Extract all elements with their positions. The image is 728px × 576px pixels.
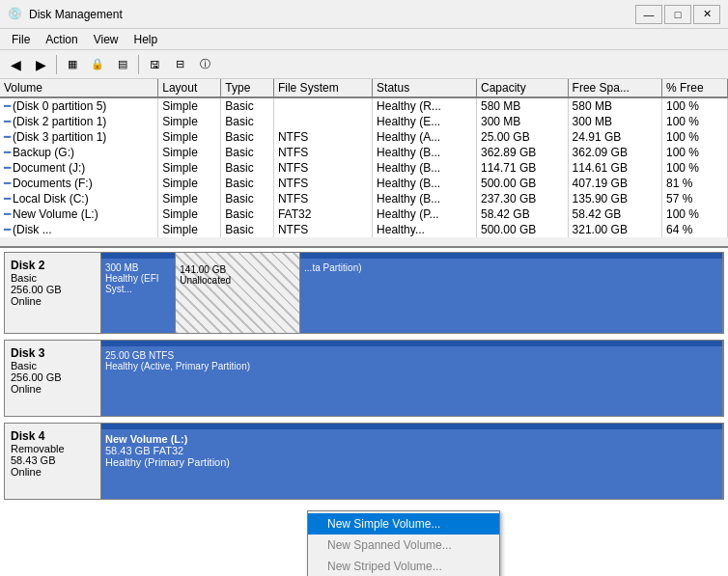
disk-row-2: Disk 2 Basic 256.00 GB Online 300 MBHeal… [4, 252, 724, 334]
cell-volume: ━Backup (G:) [0, 145, 158, 160]
table-row[interactable]: ━Documents (F:) Simple Basic NTFS Health… [0, 176, 728, 191]
partition-top-bar [101, 253, 175, 259]
table-row[interactable]: ━(Disk 0 partition 5) Simple Basic Healt… [0, 97, 728, 114]
table-row[interactable]: ━Local Disk (C:) Simple Basic NTFS Healt… [0, 191, 728, 206]
partition-top-bar [300, 253, 722, 259]
col-pct[interactable]: % Free [662, 79, 728, 97]
partition-top-bar [101, 341, 722, 346]
table-body: ━(Disk 0 partition 5) Simple Basic Healt… [0, 97, 728, 237]
cell-capacity: 580 MB [476, 97, 568, 114]
context-menu-new-simple[interactable]: New Simple Volume... [308, 513, 499, 535]
cell-pct: 100 % [662, 97, 728, 114]
forward-button[interactable]: ▶ [29, 53, 52, 76]
disk-3-partition-main[interactable]: 25.00 GB NTFSHealthy (Active, Primary Pa… [101, 341, 723, 416]
table-row[interactable]: ━New Volume (L:) Simple Basic FAT32 Heal… [0, 206, 728, 222]
window-controls: — □ ✕ [635, 5, 720, 24]
disk-4-status: Online [11, 466, 95, 478]
table-header-row: Volume Layout Type File System Status Ca… [0, 79, 728, 97]
disk-4-label: Disk 4 Removable 58.43 GB Online [5, 424, 101, 499]
cell-type: Basic [221, 145, 274, 160]
cell-pct: 81 % [662, 176, 728, 191]
cell-volume: ━Documents (F:) [0, 176, 158, 191]
table-scroll[interactable]: Volume Layout Type File System Status Ca… [0, 79, 728, 246]
table-row[interactable]: ━(Disk ... Simple Basic NTFS Healthy... … [0, 222, 728, 237]
cell-fs: NTFS [273, 129, 372, 145]
cell-type: Basic [221, 114, 274, 129]
menu-action[interactable]: Action [38, 31, 85, 48]
maximize-button[interactable]: □ [664, 5, 691, 24]
cell-free: 300 MB [568, 114, 661, 129]
cell-capacity: 500.00 GB [476, 222, 568, 237]
cell-layout: Simple [158, 160, 221, 176]
menu-view[interactable]: View [86, 31, 126, 48]
cell-status: Healthy (B... [373, 176, 477, 191]
title-bar: 💿 Disk Management — □ ✕ [0, 0, 728, 29]
col-type[interactable]: Type [221, 79, 274, 97]
table-row[interactable]: ━(Disk 2 partition 1) Simple Basic Healt… [0, 114, 728, 129]
disk-area: Disk 2 Basic 256.00 GB Online 300 MBHeal… [0, 248, 728, 576]
col-status[interactable]: Status [373, 79, 477, 97]
cell-fs: NTFS [273, 145, 372, 160]
cell-free: 58.42 GB [568, 206, 661, 222]
toolbar-btn-1[interactable]: ▦ [61, 53, 84, 76]
disk-4-partition-main[interactable]: New Volume (L:)58.43 GB FAT32Healthy (Pr… [101, 424, 723, 499]
col-capacity[interactable]: Capacity [476, 79, 568, 97]
cell-fs [273, 114, 372, 129]
disk-2-partition-efi[interactable]: 300 MBHealthy (EFI Syst... [101, 253, 176, 333]
volume-table: Volume Layout Type File System Status Ca… [0, 79, 728, 237]
toolbar-btn-3[interactable]: ▤ [111, 53, 134, 76]
toolbar-btn-4[interactable]: 🖫 [143, 53, 166, 76]
cell-status: Healthy (B... [373, 191, 477, 206]
disk-4-name: Disk 4 [11, 429, 95, 443]
cell-capacity: 58.42 GB [476, 206, 568, 222]
col-fs[interactable]: File System [273, 79, 372, 97]
table-row[interactable]: ━(Disk 3 partition 1) Simple Basic NTFS … [0, 129, 728, 145]
cell-pct: 100 % [662, 160, 728, 176]
disk-2-status: Online [11, 295, 95, 307]
col-layout[interactable]: Layout [158, 79, 221, 97]
cell-pct: 100 % [662, 129, 728, 145]
toolbar-btn-2[interactable]: 🔒 [86, 53, 109, 76]
col-free[interactable]: Free Spa... [568, 79, 661, 97]
toolbar-btn-6[interactable]: ⓘ [193, 53, 216, 76]
disk-3-status: Online [11, 383, 95, 395]
back-button[interactable]: ◀ [4, 53, 27, 76]
table-row[interactable]: ━Document (J:) Simple Basic NTFS Healthy… [0, 160, 728, 176]
cell-free: 24.91 GB [568, 129, 661, 145]
cell-status: Healthy (B... [373, 145, 477, 160]
cell-status: Healthy (B... [373, 160, 477, 176]
col-volume[interactable]: Volume [0, 79, 158, 97]
table-row[interactable]: ━Backup (G:) Simple Basic NTFS Healthy (… [0, 145, 728, 160]
disk-4-partitions: New Volume (L:)58.43 GB FAT32Healthy (Pr… [101, 424, 723, 499]
disk-2-name: Disk 2 [11, 259, 95, 272]
cell-type: Basic [221, 160, 274, 176]
minimize-button[interactable]: — [635, 5, 662, 24]
cell-volume: ━(Disk 3 partition 1) [0, 129, 158, 145]
disk-row-3: Disk 3 Basic 256.00 GB Online 25.00 GB N… [4, 340, 724, 417]
cell-free: 135.90 GB [568, 191, 661, 206]
context-menu-new-striped: New Striped Volume... [308, 556, 499, 576]
toolbar-btn-5[interactable]: ⊟ [168, 53, 191, 76]
window-title: Disk Management [29, 8, 635, 21]
cell-capacity: 237.30 GB [476, 191, 568, 206]
disk-2-partition-data[interactable]: ...ta Partition) [300, 253, 723, 333]
cell-volume: ━New Volume (L:) [0, 206, 158, 222]
cell-layout: Simple [158, 114, 221, 129]
cell-capacity: 362.89 GB [476, 145, 568, 160]
volume-table-area: Volume Layout Type File System Status Ca… [0, 79, 728, 248]
cell-pct: 57 % [662, 191, 728, 206]
context-menu: New Simple Volume... New Spanned Volume.… [307, 510, 500, 576]
close-button[interactable]: ✕ [693, 5, 720, 24]
cell-status: Healthy... [373, 222, 477, 237]
menu-file[interactable]: File [4, 31, 38, 48]
cell-type: Basic [221, 191, 274, 206]
disk-2-partition-unallocated[interactable]: 141.00 GBUnallocated [176, 253, 300, 333]
cell-layout: Simple [158, 129, 221, 145]
cell-type: Basic [221, 97, 274, 114]
partition-label: 300 MBHealthy (EFI Syst... [105, 262, 171, 294]
cell-volume: ━Local Disk (C:) [0, 191, 158, 206]
cell-free: 114.61 GB [568, 160, 661, 176]
disk-3-type: Basic [11, 360, 95, 371]
menu-help[interactable]: Help [126, 31, 166, 48]
cell-type: Basic [221, 206, 274, 222]
